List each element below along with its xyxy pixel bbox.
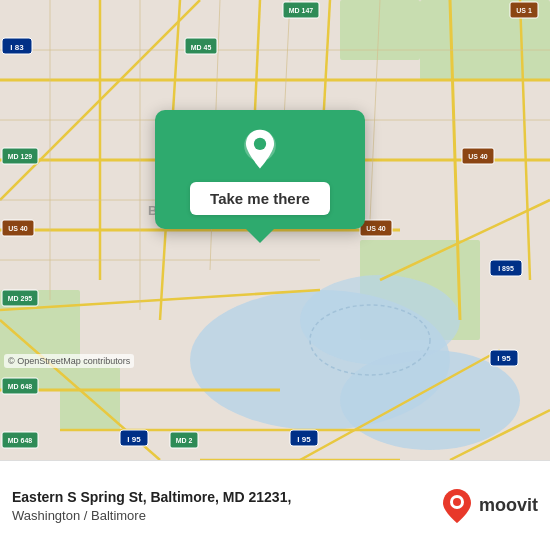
svg-point-72	[254, 138, 266, 150]
svg-text:MD 295: MD 295	[8, 295, 33, 302]
map-popup: Take me there	[155, 110, 365, 229]
svg-point-74	[453, 498, 461, 506]
svg-text:I 83: I 83	[10, 43, 24, 52]
address-line: Eastern S Spring St, Baltimore, MD 21231…	[12, 488, 431, 508]
svg-text:I 95: I 95	[127, 435, 141, 444]
moovit-text: moovit	[479, 495, 538, 516]
take-me-there-button[interactable]: Take me there	[190, 182, 330, 215]
map-container: I 83 MD 45 MD 147 US 1 MD 129 US 40 US 4…	[0, 0, 550, 460]
location-pin-icon	[238, 128, 282, 172]
svg-text:US 1: US 1	[516, 7, 532, 14]
svg-text:US 40: US 40	[468, 153, 488, 160]
bottom-bar: Eastern S Spring St, Baltimore, MD 21231…	[0, 460, 550, 550]
svg-text:US 40: US 40	[366, 225, 386, 232]
svg-text:I 95: I 95	[297, 435, 311, 444]
svg-text:MD 147: MD 147	[289, 7, 314, 14]
city-line: Washington / Baltimore	[12, 508, 431, 523]
svg-text:US 40: US 40	[8, 225, 28, 232]
svg-text:MD 648: MD 648	[8, 383, 33, 390]
map-attribution: © OpenStreetMap contributors	[4, 354, 134, 368]
svg-text:MD 129: MD 129	[8, 153, 33, 160]
map-svg: I 83 MD 45 MD 147 US 1 MD 129 US 40 US 4…	[0, 0, 550, 460]
svg-text:I 95: I 95	[497, 354, 511, 363]
svg-rect-5	[60, 360, 120, 430]
moovit-icon	[441, 488, 473, 524]
address-info: Eastern S Spring St, Baltimore, MD 21231…	[12, 488, 431, 523]
svg-text:MD 2: MD 2	[176, 437, 193, 444]
svg-text:MD 648: MD 648	[8, 437, 33, 444]
svg-text:MD 45: MD 45	[191, 44, 212, 51]
svg-text:I 895: I 895	[498, 265, 514, 272]
moovit-logo: moovit	[441, 488, 538, 524]
